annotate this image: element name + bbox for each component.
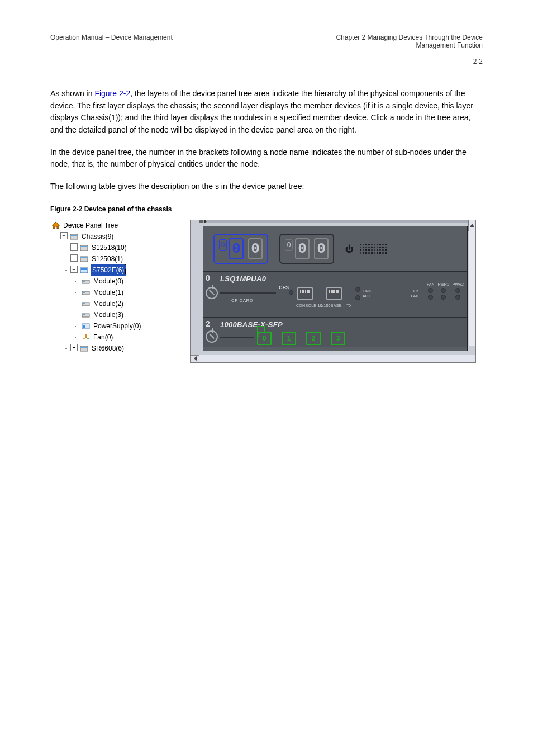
paragraph-2: In the device panel tree, the number in … (50, 147, 483, 171)
paragraph-3: The following table gives the descriptio… (50, 181, 483, 193)
device-panel[interactable]: 0 0 0 0 0 0 ⏻ (190, 220, 476, 363)
figure-link[interactable]: Figure 2-2 (94, 89, 130, 98)
tree-child-label: Fan(0) (92, 332, 114, 343)
segment-digit: 0 (229, 238, 244, 259)
sfp-port-2[interactable]: 2 (306, 332, 321, 345)
tree-member-s12518[interactable]: + S12518(10) (50, 242, 180, 253)
svg-rect-2 (71, 235, 77, 236)
tree-member-s12508[interactable]: + S12508(1) (50, 253, 180, 264)
tree-powersupply-0[interactable]: PowerSupply(0) (50, 320, 180, 332)
tree-chassis[interactable]: − Chassis(9) (50, 231, 180, 242)
segment-mini-digit: 0 (285, 239, 293, 251)
horizontal-scrollbar[interactable] (191, 355, 475, 362)
tree-child-label: Module(3) (92, 309, 125, 320)
tree-fan-0[interactable]: Fan(0) (50, 332, 180, 343)
fan-icon (82, 333, 91, 341)
scroll-left-button[interactable] (191, 355, 199, 362)
segment-display-selected[interactable]: 0 0 0 (213, 234, 268, 264)
segment-digit: 0 (295, 238, 310, 259)
device-icon (80, 266, 89, 274)
tree-child-label: Module(2) (92, 298, 125, 309)
ok-fail-labels: OKFAIL (411, 289, 419, 299)
header-left: Operation Manual – Device Management (50, 34, 173, 49)
module-icon (82, 289, 91, 296)
module-icon (82, 300, 91, 308)
slot-title: LSQ1MPUA0 (220, 275, 266, 283)
tree-child-label: PowerSupply(0) (92, 320, 142, 332)
tree-member-s7502e[interactable]: − S7502E(6) (50, 264, 180, 276)
tree-member-label: SR6608(6) (91, 343, 125, 354)
expand-icon[interactable]: + (70, 243, 78, 251)
mgmt-port[interactable] (326, 287, 342, 300)
svg-rect-21 (81, 347, 87, 348)
segment-display[interactable]: 0 0 0 (279, 234, 334, 264)
svg-rect-12 (83, 292, 85, 293)
svg-rect-14 (83, 303, 85, 304)
figure-caption: Figure 2-2 Device panel of the chassis (50, 205, 483, 213)
device-icon (80, 344, 89, 352)
tree-module-0[interactable]: Module(0) (50, 276, 180, 287)
collapse-icon[interactable]: − (70, 266, 78, 273)
collapse-icon[interactable]: − (60, 232, 68, 239)
device-icon (80, 244, 89, 252)
link-act-leds: LINKACT (355, 287, 372, 300)
svg-marker-0 (52, 222, 60, 229)
divider (220, 337, 254, 338)
slot-title: 1000BASE-X-SFP (220, 320, 283, 329)
slot-number: 2 (206, 319, 210, 328)
svg-rect-17 (82, 324, 89, 329)
tree-module-3[interactable]: Module(3) (50, 309, 180, 320)
cfcard-label: CF CARD (231, 298, 253, 303)
svg-rect-4 (81, 246, 87, 247)
header-rule (50, 53, 483, 53)
home-icon (51, 221, 60, 229)
hscroll-track[interactable] (199, 355, 475, 362)
cfs-label: CFS (279, 285, 289, 290)
scroll-up-button[interactable] (468, 220, 476, 231)
header-right-2: Management Function (416, 41, 483, 49)
svg-rect-16 (83, 314, 85, 315)
tree-module-2[interactable]: Module(2) (50, 298, 180, 309)
divider (220, 292, 276, 294)
expand-icon[interactable]: + (70, 254, 78, 262)
expand-icon[interactable]: + (70, 344, 78, 351)
page-header: Operation Manual – Device Management Cha… (50, 34, 483, 49)
segment-display-row: 0 0 0 0 0 0 ⏻ (213, 233, 387, 264)
rj45-ports (297, 287, 342, 300)
console-label: CONSOLE 10/100BASE – TX (296, 304, 352, 308)
paragraph-1: As shown in Figure 2-2, the layers of th… (50, 88, 483, 136)
tree-member-label: S12518(10) (91, 242, 128, 253)
vent-grid-icon: ⏻ (345, 244, 387, 254)
tree-member-label-selected: S7502E(6) (91, 264, 126, 276)
tree-module-1[interactable]: Module(1) (50, 287, 180, 298)
segment-digit: 0 (314, 238, 329, 259)
splitter[interactable] (199, 220, 468, 223)
chassis-panel[interactable]: 0 0 0 0 0 0 ⏻ (203, 226, 468, 351)
sfp-port-1[interactable]: 1 (282, 332, 296, 345)
module-icon (82, 277, 91, 285)
tree-member-sr6608[interactable]: + SR6608(6) (50, 343, 180, 354)
sfp-port-0[interactable]: 0 (257, 332, 272, 345)
device-panel-area: 0 0 0 0 0 0 ⏻ (190, 220, 476, 363)
tree-root[interactable]: Device Panel Tree (50, 220, 180, 231)
svg-rect-18 (83, 325, 85, 328)
segment-mini-digit: 0 (219, 239, 227, 251)
chassis-icon (70, 233, 79, 240)
page: Operation Manual – Device Management Cha… (0, 0, 533, 436)
power-supply-icon (82, 322, 91, 330)
segment-digit: 0 (248, 238, 263, 259)
slot-number: 0 (206, 273, 210, 282)
svg-rect-8 (81, 268, 87, 270)
svg-rect-6 (81, 257, 87, 258)
slot-0[interactable]: 0 LSQ1MPUA0 CFS CF CARD CONSOLE 10/100BA… (203, 271, 467, 318)
slot-2[interactable]: 2 1000BASE-X-SFP 1 0 1 2 3 (203, 317, 467, 347)
eject-icon (206, 330, 218, 343)
vertical-scrollbar[interactable] (469, 230, 475, 346)
sfp-port-3[interactable]: 3 (331, 332, 345, 345)
console-port[interactable] (297, 287, 313, 300)
page-number: 2-2 (50, 58, 483, 65)
eject-icon (206, 287, 218, 299)
tree-child-label: Module(0) (92, 276, 125, 287)
svg-rect-10 (83, 281, 85, 282)
sfp-ports: 0 1 2 3 (257, 332, 345, 345)
